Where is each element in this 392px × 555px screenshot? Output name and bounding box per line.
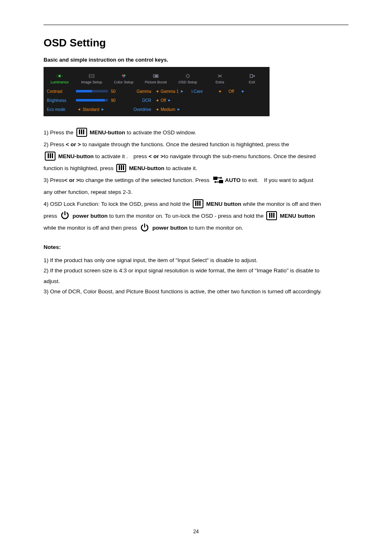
page-title: OSD Setting [44, 37, 348, 49]
step2-prefix: 2) Press [44, 141, 66, 147]
step3-cont: any other function, repeat steps 2-3. [44, 187, 348, 198]
osd-item-label: Brightness [47, 97, 76, 103]
auto-label: AUTO [225, 177, 241, 183]
osd-tab-image-setup: Image Setup [76, 67, 108, 86]
step4d-prefix: while the monitor is off and then press [44, 225, 138, 231]
step2c-text: to activate it . press [95, 153, 147, 159]
less-or-greater-label: < or > [64, 177, 79, 183]
step4-suffix: while the monitor is off and then [243, 201, 321, 207]
extra-icon [216, 73, 224, 79]
power-button-label: power button [152, 225, 187, 231]
osd-tab-label: Extra [215, 80, 224, 84]
menu-button-icon [116, 164, 126, 172]
osd-value-row: ◄Medium► [154, 106, 191, 112]
menu-button-label: MENU-button [58, 153, 94, 159]
exit-icon [248, 73, 256, 79]
step1-prefix: 1) Press the [44, 129, 75, 136]
osd-value-row: ◄Off► [154, 97, 191, 103]
svg-point-0 [59, 75, 61, 77]
power-button-label: power button [73, 213, 108, 219]
svg-point-7 [186, 74, 189, 78]
menu-button-icon [45, 152, 55, 161]
step4-prefix: 4) OSD Lock Function: To lock the OSD, p… [44, 201, 191, 207]
less-or-greater-label: < or > [66, 141, 81, 147]
menu-button-icon [76, 128, 87, 137]
menu-button-label-nobreak: MENU button [206, 201, 241, 207]
step2-suffix: to navigate through the functions. Once … [83, 141, 289, 147]
step2c-text2: to navigate through the sub-menu functio… [164, 153, 316, 159]
power-button-icon [60, 210, 70, 221]
osd-tab-osd-setup: OSD Setup [172, 67, 204, 86]
osd-tab-label: Luminance [51, 80, 69, 84]
color-setup-icon [120, 73, 127, 79]
svg-rect-9 [213, 177, 217, 180]
svg-point-4 [123, 76, 125, 78]
step4c-prefix: press [44, 213, 59, 219]
menu-button-icon [193, 199, 203, 208]
image-setup-icon [88, 73, 95, 79]
osd-value-row: ◄Off► [216, 88, 261, 94]
osd-tab-label: Color Setup [114, 80, 134, 84]
instruction-body: 1) Press the MENU-button to activate the… [44, 127, 348, 234]
osd-tab-label: OSD Setup [178, 80, 197, 84]
menu-button-label: MENU-button [129, 165, 164, 171]
osd-tab-picture-boost: Picture Boost [140, 67, 172, 86]
osd-eco-value: ◄Standard► [76, 106, 121, 112]
osd-tab-luminance: Luminance [44, 67, 76, 86]
step2d-prefix: function is highlighted, press [44, 165, 115, 171]
page-top-rule [44, 25, 348, 25]
notes-section: Notes: 1) If the product has only one si… [44, 242, 348, 297]
page-number: 24 [0, 529, 392, 534]
osd-value: 50 [111, 89, 115, 94]
osd-item-label: i-Care [191, 88, 216, 94]
sun-icon [56, 73, 63, 79]
osd-tab-color-setup: Color Setup [108, 67, 140, 86]
osd-item-label: Contrast [47, 88, 76, 94]
power-button-icon [139, 222, 150, 233]
osd-tab-label: Image Setup [81, 80, 102, 84]
note-item: 1) If the product has only one signal in… [44, 255, 348, 266]
osd-value: 90 [111, 98, 115, 103]
osd-tab-label: Picture Boost [145, 80, 167, 84]
menu-button-label-nobreak: MENU button [280, 213, 315, 219]
osd-item-label: Eco mode [47, 106, 76, 112]
osd-tab-exit: Exit [236, 67, 268, 86]
gear-icon [184, 73, 191, 79]
osd-item-label: DCR [121, 97, 151, 103]
step1-suffix: to activate the OSD window. [127, 129, 196, 136]
osd-slider: 50 [76, 88, 121, 94]
osd-item-label: Gamma [121, 88, 151, 94]
picture-boost-icon [152, 73, 159, 79]
notes-heading: Notes: [44, 242, 348, 253]
step3-suffix: to exit. If you want to adjust [242, 177, 313, 183]
osd-item-label: Overdrive [121, 106, 151, 112]
osd-tab-extra: Extra [204, 67, 236, 86]
less-or-greater-label: < or > [149, 153, 164, 159]
osd-slider: 90 [76, 97, 121, 103]
svg-rect-10 [219, 180, 223, 183]
osd-panel-screenshot: Luminance Image Setup Color Setup Pictur… [44, 67, 270, 116]
note-item: adjust. [44, 276, 348, 287]
menu-button-icon [266, 211, 277, 220]
osd-value-row: ◄Gamma 1► [154, 88, 191, 94]
step3-prefix: 3) Press [44, 177, 64, 183]
subheading: Basic and simple instruction on the cont… [44, 57, 348, 63]
svg-rect-8 [250, 74, 253, 78]
step3-mid: to change the settings of the selected f… [79, 177, 211, 183]
osd-tab-label: Exit [249, 80, 255, 84]
note-item: 2) If the product screen size is 4:3 or … [44, 265, 348, 276]
step4d-suffix: to turn the monitor on. [189, 225, 243, 231]
auto-button-icon [212, 175, 224, 184]
step4c-mid: to turn the monitor on. To un-lock the O… [109, 213, 265, 219]
step2d-suffix: to activate it. [166, 165, 197, 171]
menu-button-label: MENU-button [90, 129, 125, 136]
note-item: 3) One of DCR, Color Boost, and Picture … [44, 286, 348, 297]
svg-rect-6 [155, 76, 158, 77]
